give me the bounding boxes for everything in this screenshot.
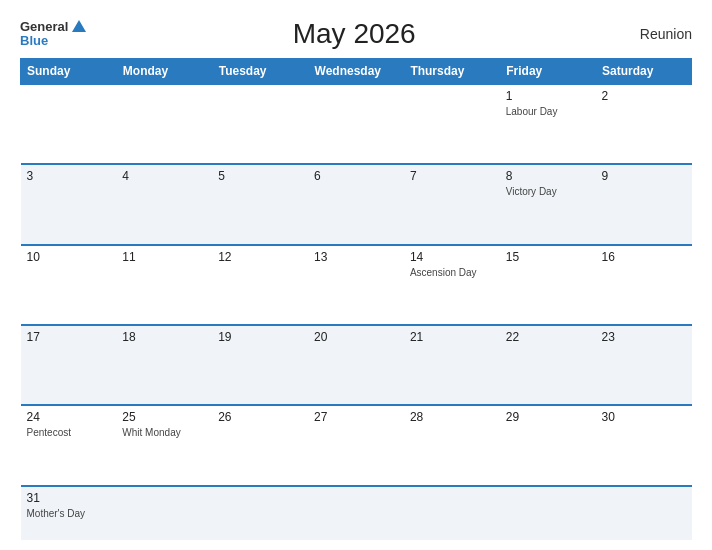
- calendar-page: General Blue May 2026 Reunion SundayMond…: [0, 0, 712, 550]
- calendar-cell: 9: [596, 164, 692, 244]
- day-number: 13: [314, 250, 398, 264]
- calendar-cell: [116, 486, 212, 540]
- day-number: 12: [218, 250, 302, 264]
- calendar-cell: 24Pentecost: [21, 405, 117, 485]
- calendar-cell: [404, 486, 500, 540]
- day-number: 9: [602, 169, 686, 183]
- calendar-cell: [404, 84, 500, 164]
- day-number: 20: [314, 330, 398, 344]
- day-number: 22: [506, 330, 590, 344]
- day-number: 24: [27, 410, 111, 424]
- day-number: 6: [314, 169, 398, 183]
- calendar-cell: 6: [308, 164, 404, 244]
- calendar-cell: 28: [404, 405, 500, 485]
- calendar-cell: 7: [404, 164, 500, 244]
- calendar-cell: [116, 84, 212, 164]
- day-number: 25: [122, 410, 206, 424]
- calendar-cell: 20: [308, 325, 404, 405]
- calendar-body: 1Labour Day2345678Victory Day91011121314…: [21, 84, 692, 540]
- day-number: 1: [506, 89, 590, 103]
- day-number: 2: [602, 89, 686, 103]
- week-row: 24Pentecost25Whit Monday2627282930: [21, 405, 692, 485]
- day-number: 10: [27, 250, 111, 264]
- day-event: Whit Monday: [122, 426, 206, 439]
- logo-triangle-icon: [72, 20, 86, 32]
- calendar-cell: 13: [308, 245, 404, 325]
- calendar-cell: 11: [116, 245, 212, 325]
- calendar-cell: 3: [21, 164, 117, 244]
- day-header-saturday: Saturday: [596, 59, 692, 85]
- calendar-cell: 16: [596, 245, 692, 325]
- days-of-week-row: SundayMondayTuesdayWednesdayThursdayFrid…: [21, 59, 692, 85]
- week-row: 17181920212223: [21, 325, 692, 405]
- calendar-title: May 2026: [86, 18, 622, 50]
- calendar-cell: 15: [500, 245, 596, 325]
- calendar-cell: 18: [116, 325, 212, 405]
- day-header-monday: Monday: [116, 59, 212, 85]
- day-header-thursday: Thursday: [404, 59, 500, 85]
- calendar-cell: 25Whit Monday: [116, 405, 212, 485]
- day-number: 26: [218, 410, 302, 424]
- day-number: 29: [506, 410, 590, 424]
- calendar-cell: 8Victory Day: [500, 164, 596, 244]
- week-row: 345678Victory Day9: [21, 164, 692, 244]
- day-header-tuesday: Tuesday: [212, 59, 308, 85]
- day-number: 23: [602, 330, 686, 344]
- calendar-cell: [212, 84, 308, 164]
- day-event: Ascension Day: [410, 266, 494, 279]
- day-event: Victory Day: [506, 185, 590, 198]
- logo-general-text: General: [20, 20, 68, 34]
- calendar-header: General Blue May 2026 Reunion: [20, 18, 692, 50]
- calendar-cell: 1Labour Day: [500, 84, 596, 164]
- day-number: 17: [27, 330, 111, 344]
- calendar-cell: [308, 486, 404, 540]
- calendar-cell: [212, 486, 308, 540]
- day-event: Pentecost: [27, 426, 111, 439]
- day-number: 14: [410, 250, 494, 264]
- calendar-cell: 30: [596, 405, 692, 485]
- calendar-cell: 19: [212, 325, 308, 405]
- calendar-cell: 27: [308, 405, 404, 485]
- calendar-cell: 2: [596, 84, 692, 164]
- day-number: 21: [410, 330, 494, 344]
- day-number: 30: [602, 410, 686, 424]
- calendar-cell: 17: [21, 325, 117, 405]
- day-number: 4: [122, 169, 206, 183]
- day-number: 15: [506, 250, 590, 264]
- day-header-wednesday: Wednesday: [308, 59, 404, 85]
- day-number: 28: [410, 410, 494, 424]
- calendar-cell: [308, 84, 404, 164]
- logo-blue-text: Blue: [20, 34, 86, 48]
- day-header-sunday: Sunday: [21, 59, 117, 85]
- week-row: 1Labour Day2: [21, 84, 692, 164]
- region-label: Reunion: [622, 26, 692, 42]
- day-number: 27: [314, 410, 398, 424]
- day-number: 16: [602, 250, 686, 264]
- calendar-table: SundayMondayTuesdayWednesdayThursdayFrid…: [20, 58, 692, 540]
- calendar-cell: 14Ascension Day: [404, 245, 500, 325]
- calendar-header-row: SundayMondayTuesdayWednesdayThursdayFrid…: [21, 59, 692, 85]
- day-event: Labour Day: [506, 105, 590, 118]
- calendar-cell: 10: [21, 245, 117, 325]
- calendar-cell: 31Mother's Day: [21, 486, 117, 540]
- day-number: 8: [506, 169, 590, 183]
- week-row: 1011121314Ascension Day1516: [21, 245, 692, 325]
- day-number: 7: [410, 169, 494, 183]
- calendar-cell: [500, 486, 596, 540]
- day-number: 3: [27, 169, 111, 183]
- day-number: 11: [122, 250, 206, 264]
- logo: General Blue: [20, 20, 86, 49]
- day-number: 5: [218, 169, 302, 183]
- day-header-friday: Friday: [500, 59, 596, 85]
- calendar-cell: 21: [404, 325, 500, 405]
- day-event: Mother's Day: [27, 507, 111, 520]
- calendar-cell: 23: [596, 325, 692, 405]
- calendar-cell: [596, 486, 692, 540]
- day-number: 18: [122, 330, 206, 344]
- week-row: 31Mother's Day: [21, 486, 692, 540]
- calendar-cell: 4: [116, 164, 212, 244]
- calendar-cell: 12: [212, 245, 308, 325]
- calendar-cell: 5: [212, 164, 308, 244]
- day-number: 19: [218, 330, 302, 344]
- calendar-cell: 29: [500, 405, 596, 485]
